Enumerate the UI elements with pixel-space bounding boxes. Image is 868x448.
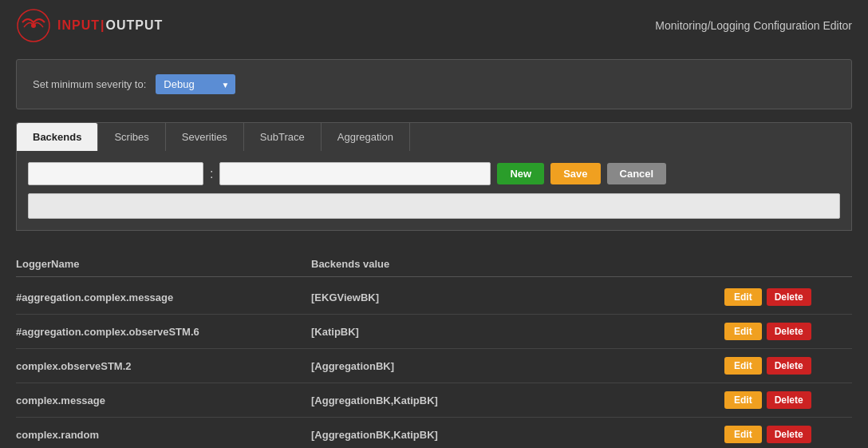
main-content: Set minimum severity to: Debug Info Warn… bbox=[0, 51, 868, 252]
table-row: #aggregation.complex.message [EKGViewBK]… bbox=[16, 280, 852, 315]
row-actions: Edit Delete bbox=[724, 391, 852, 409]
logger-name-input[interactable] bbox=[28, 162, 203, 185]
severity-box: Set minimum severity to: Debug Info Warn… bbox=[16, 59, 852, 109]
col-header-logger: LoggerName bbox=[16, 258, 311, 270]
header: INPUT|OUTPUT Monitoring/Logging Configur… bbox=[0, 0, 868, 51]
row-actions: Edit Delete bbox=[724, 426, 852, 443]
logger-name-cell: #aggregation.complex.observeSTM.6 bbox=[16, 326, 311, 338]
logger-name-cell: complex.message bbox=[16, 394, 311, 406]
cancel-button[interactable]: Cancel bbox=[607, 163, 667, 184]
severity-label: Set minimum severity to: bbox=[33, 78, 146, 90]
form-row: : New Save Cancel bbox=[28, 162, 840, 185]
logger-name-cell: complex.random bbox=[16, 429, 311, 441]
logger-name-cell: #aggregation.complex.message bbox=[16, 291, 311, 303]
table-row: complex.random [AggregationBK,KatipBK] E… bbox=[16, 418, 852, 448]
edit-button[interactable]: Edit bbox=[724, 288, 762, 306]
backend-value-cell: [AggregationBK,KatipBK] bbox=[311, 429, 724, 441]
backend-value-cell: [AggregationBK] bbox=[311, 360, 724, 372]
table-row: #aggregation.complex.observeSTM.6 [Katip… bbox=[16, 315, 852, 349]
colon-separator: : bbox=[210, 167, 213, 181]
col-header-actions bbox=[724, 258, 852, 270]
tab-aggregation[interactable]: Aggregation bbox=[322, 123, 410, 151]
severity-select[interactable]: Debug Info Warning Error Critical bbox=[156, 74, 235, 94]
tab-panel-backends: : New Save Cancel bbox=[16, 151, 852, 231]
logo-icon bbox=[16, 8, 51, 43]
delete-button[interactable]: Delete bbox=[767, 288, 811, 306]
col-header-value: Backends value bbox=[311, 258, 724, 270]
severity-select-wrapper[interactable]: Debug Info Warning Error Critical bbox=[156, 74, 235, 94]
edit-button[interactable]: Edit bbox=[724, 323, 762, 340]
edit-button[interactable]: Edit bbox=[724, 426, 762, 443]
edit-button[interactable]: Edit bbox=[724, 357, 762, 375]
tab-scribes[interactable]: Scribes bbox=[98, 123, 165, 151]
table-container: LoggerName Backends value #aggregation.c… bbox=[0, 252, 868, 448]
delete-button[interactable]: Delete bbox=[767, 323, 811, 340]
backend-value-input[interactable] bbox=[219, 162, 491, 185]
logger-name-cell: complex.observeSTM.2 bbox=[16, 360, 311, 372]
logo-area: INPUT|OUTPUT bbox=[16, 8, 163, 43]
delete-button[interactable]: Delete bbox=[767, 391, 811, 409]
new-button[interactable]: New bbox=[497, 163, 544, 184]
backend-value-cell: [KatipBK] bbox=[311, 326, 724, 338]
delete-button[interactable]: Delete bbox=[767, 426, 811, 443]
logo-text: INPUT|OUTPUT bbox=[57, 18, 163, 33]
save-button[interactable]: Save bbox=[550, 163, 600, 184]
backend-value-cell: [AggregationBK,KatipBK] bbox=[311, 394, 724, 406]
header-title: Monitoring/Logging Configuration Editor bbox=[655, 19, 852, 32]
row-actions: Edit Delete bbox=[724, 323, 852, 340]
tab-backends[interactable]: Backends bbox=[17, 123, 98, 151]
tabs-container: Backends Scribes Severities SubTrace Agg… bbox=[16, 122, 852, 151]
info-bar bbox=[28, 193, 840, 219]
table-row: complex.message [AggregationBK,KatipBK] … bbox=[16, 383, 852, 418]
tab-subtrace[interactable]: SubTrace bbox=[244, 123, 322, 151]
table-row: complex.observeSTM.2 [AggregationBK] Edi… bbox=[16, 349, 852, 383]
table-header: LoggerName Backends value bbox=[16, 252, 852, 277]
backend-value-cell: [EKGViewBK] bbox=[311, 291, 724, 303]
edit-button[interactable]: Edit bbox=[724, 391, 762, 409]
row-actions: Edit Delete bbox=[724, 288, 852, 306]
delete-button[interactable]: Delete bbox=[767, 357, 811, 375]
row-actions: Edit Delete bbox=[724, 357, 852, 375]
tab-severities[interactable]: Severities bbox=[166, 123, 244, 151]
svg-point-1 bbox=[31, 23, 36, 28]
